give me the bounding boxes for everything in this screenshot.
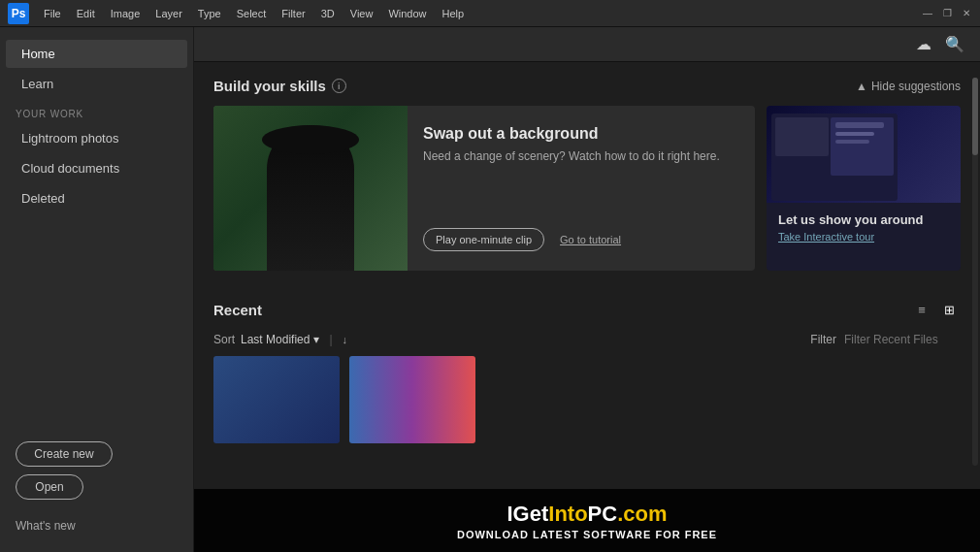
- menu-3d[interactable]: 3D: [318, 6, 338, 21]
- hide-suggestions-button[interactable]: ▲ Hide suggestions: [856, 80, 961, 93]
- watermark-banner: IGetIntoPC.com Download Latest Software …: [194, 489, 980, 552]
- menu-layer[interactable]: Layer: [152, 6, 185, 21]
- recent-file-1[interactable]: [213, 356, 340, 443]
- menu-window[interactable]: Window: [385, 6, 429, 21]
- recent-section: Recent ≡ ⊞ Sort Last Modified ▾ | ↓: [194, 282, 980, 465]
- filter-area: Filter: [810, 333, 961, 346]
- minimize-button[interactable]: —: [922, 8, 933, 19]
- tour-card-title: Let us show you around: [778, 212, 949, 227]
- open-button[interactable]: Open: [16, 474, 83, 500]
- sidebar-item-home[interactable]: Home: [6, 40, 187, 68]
- close-button[interactable]: ✕: [961, 8, 972, 19]
- skills-header: Build your skills i ▲ Hide suggestions: [213, 78, 961, 94]
- sort-order-button[interactable]: ↓: [343, 334, 348, 345]
- maximize-button[interactable]: ❐: [941, 8, 953, 19]
- skills-title: Build your skills i: [213, 78, 346, 94]
- scrollbar[interactable]: [972, 78, 978, 466]
- sort-label: Sort: [213, 333, 235, 346]
- tour-card-content: Let us show you around Take Interactive …: [767, 203, 961, 271]
- play-clip-button[interactable]: Play one-minute clip: [423, 228, 544, 251]
- chevron-up-icon: ▲: [856, 80, 867, 93]
- menu-image[interactable]: Image: [108, 6, 144, 21]
- menu-select[interactable]: Select: [234, 6, 270, 21]
- woman-background-image: [213, 106, 408, 271]
- title-bar-right: — ❐ ✕: [922, 8, 972, 19]
- view-icons: ≡ ⊞: [910, 298, 961, 321]
- sidebar-item-cloud[interactable]: Cloud documents: [6, 154, 187, 182]
- watermark-iget: IGet: [506, 502, 548, 526]
- tour-card: Let us show you around Take Interactive …: [767, 106, 961, 271]
- cards-row: Swap out a background Need a change of s…: [213, 106, 961, 271]
- watermark-content: IGetIntoPC.com Download Latest Software …: [457, 502, 717, 540]
- main-topbar: ☁ 🔍: [194, 27, 980, 62]
- grid-view-button[interactable]: ⊞: [937, 298, 961, 321]
- recent-files-area: [213, 356, 961, 453]
- menu-view[interactable]: View: [347, 6, 376, 21]
- feature-card-title: Swap out a background: [423, 125, 739, 143]
- info-icon[interactable]: i: [332, 79, 346, 93]
- sidebar-item-deleted[interactable]: Deleted: [6, 184, 187, 212]
- list-view-button[interactable]: ≡: [910, 298, 933, 321]
- sort-left: Sort Last Modified ▾ | ↓: [213, 333, 347, 346]
- tour-card-link[interactable]: Take Interactive tour: [778, 231, 949, 243]
- ps-app-icon: Ps: [8, 3, 29, 24]
- tour-card-image: [767, 106, 961, 203]
- filter-label: Filter: [810, 333, 836, 346]
- watermark-com: .com: [617, 502, 667, 526]
- create-new-button[interactable]: Create new: [16, 441, 113, 467]
- watermark-into: Into: [548, 502, 587, 526]
- main-content: ☁ 🔍 Build your skills i ▲ Hide suggestio…: [194, 27, 980, 552]
- feature-card-actions: Play one-minute clip Go to tutorial: [423, 228, 739, 251]
- title-bar: Ps File Edit Image Layer Type Select Fil…: [0, 0, 980, 27]
- skills-section: Build your skills i ▲ Hide suggestions: [194, 62, 980, 282]
- feature-card-background: Swap out a background Need a change of s…: [213, 106, 755, 271]
- app-body: Home Learn YOUR WORK Lightroom photos Cl…: [0, 27, 980, 552]
- recent-file-2[interactable]: [349, 356, 475, 443]
- menu-filter[interactable]: Filter: [278, 6, 308, 21]
- recent-header: Recent ≡ ⊞: [213, 298, 961, 321]
- sort-dropdown[interactable]: Last Modified ▾: [241, 333, 319, 346]
- title-bar-left: Ps File Edit Image Layer Type Select Fil…: [8, 3, 467, 24]
- sidebar: Home Learn YOUR WORK Lightroom photos Cl…: [0, 27, 194, 552]
- chevron-down-icon: ▾: [313, 333, 319, 346]
- sidebar-item-learn[interactable]: Learn: [6, 70, 187, 98]
- watermark-subtitle: Download Latest Software for Free: [457, 529, 717, 540]
- watermark-top-text: IGetIntoPC.com: [457, 502, 717, 527]
- feature-card-desc: Need a change of scenery? Watch how to d…: [423, 148, 739, 165]
- feature-card-content: Swap out a background Need a change of s…: [408, 106, 755, 271]
- sidebar-actions: Create new Open: [0, 430, 193, 511]
- sidebar-whats-new[interactable]: What's new: [0, 511, 193, 540]
- menu-file[interactable]: File: [41, 6, 64, 21]
- cloud-icon[interactable]: ☁: [916, 35, 931, 53]
- menu-type[interactable]: Type: [195, 6, 224, 21]
- feature-card-image: [213, 106, 408, 271]
- watermark-pc: PC: [588, 502, 618, 526]
- filter-input[interactable]: [844, 333, 961, 346]
- menu-edit[interactable]: Edit: [74, 6, 98, 21]
- sidebar-section-your-work: YOUR WORK: [0, 99, 193, 123]
- go-to-tutorial-button[interactable]: Go to tutorial: [552, 228, 629, 251]
- sort-bar: Sort Last Modified ▾ | ↓ Filter: [213, 333, 961, 346]
- menu-help[interactable]: Help: [440, 6, 468, 21]
- search-icon[interactable]: 🔍: [945, 35, 964, 53]
- sort-divider: |: [329, 333, 332, 346]
- menu-bar: File Edit Image Layer Type Select Filter…: [41, 6, 467, 21]
- recent-title: Recent: [213, 302, 262, 318]
- scrollbar-thumb[interactable]: [972, 78, 978, 155]
- sidebar-item-lightroom[interactable]: Lightroom photos: [6, 124, 187, 152]
